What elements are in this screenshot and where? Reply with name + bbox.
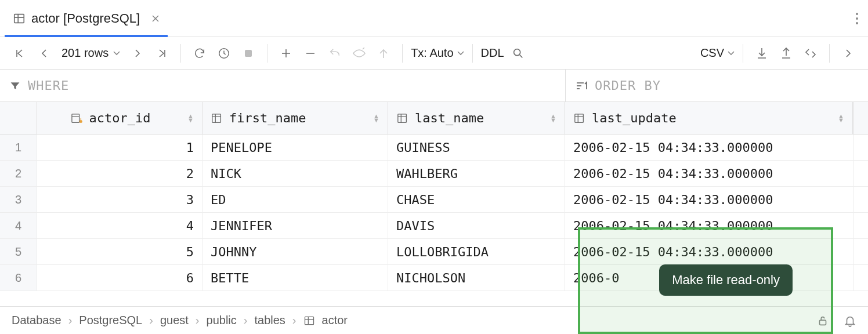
row-number: 5 — [0, 239, 37, 264]
cell-last-name[interactable]: GUINESS — [388, 135, 565, 160]
chevron-down-icon — [457, 51, 464, 56]
svg-point-7 — [856, 22, 858, 24]
scrollbar-gutter — [853, 187, 868, 212]
cell-last-update[interactable]: 2006-02-15 04:34:33.000000 — [565, 187, 853, 212]
where-filter[interactable]: WHERE — [0, 70, 566, 101]
clock-button[interactable] — [214, 43, 234, 64]
tooltip: Make file read-only — [659, 264, 793, 296]
cell-actor-id[interactable]: 1 — [37, 135, 202, 160]
table-row[interactable]: 33EDCHASE2006-02-15 04:34:33.000000 — [0, 187, 868, 213]
stop-button[interactable] — [238, 43, 259, 64]
scrollbar-gutter — [853, 161, 868, 186]
key-column-icon — [71, 112, 84, 124]
cell-last-name[interactable]: NICHOLSON — [388, 265, 565, 291]
chevron-down-icon — [113, 51, 120, 56]
cell-actor-id[interactable]: 5 — [37, 239, 202, 264]
revert-button[interactable] — [324, 43, 345, 64]
row-number: 1 — [0, 135, 37, 160]
table-row[interactable]: 55JOHNNYLOLLOBRIGIDA2006-02-15 04:34:33.… — [0, 239, 868, 265]
cell-last-update[interactable]: 2006-02-15 04:34:33.000000 — [565, 135, 853, 160]
first-page-button[interactable] — [9, 43, 30, 64]
add-row-button[interactable] — [276, 43, 296, 64]
export-format-dropdown[interactable]: CSV — [700, 46, 735, 60]
upload-button[interactable] — [776, 43, 797, 64]
cell-first-name[interactable]: JOHNNY — [202, 239, 388, 264]
table-icon — [303, 315, 315, 326]
orderby-filter[interactable]: ORDER BY — [566, 70, 868, 101]
refresh-button[interactable] — [189, 43, 210, 64]
breadcrumb-item[interactable]: public — [207, 314, 237, 327]
column-header-first-name[interactable]: first_name ▲▼ — [202, 102, 388, 134]
next-page-button[interactable] — [127, 43, 148, 64]
svg-line-18 — [519, 55, 522, 57]
submit-button[interactable] — [373, 43, 394, 64]
breadcrumb-item[interactable]: tables — [254, 314, 285, 327]
tx-mode-dropdown[interactable]: Tx: Auto — [411, 46, 464, 60]
notifications-icon[interactable] — [844, 314, 856, 328]
sort-icon — [575, 81, 588, 91]
cell-actor-id[interactable]: 4 — [37, 213, 202, 238]
gutter-corner — [0, 102, 37, 134]
column-name: last_name — [415, 111, 484, 125]
tab-title: actor [PostgreSQL] — [31, 11, 140, 26]
ddl-button[interactable]: DDL — [481, 46, 504, 60]
column-name: actor_id — [89, 111, 151, 125]
svg-point-17 — [513, 49, 520, 55]
cell-first-name[interactable]: JENNIFER — [202, 213, 388, 238]
cell-actor-id[interactable]: 6 — [37, 265, 202, 291]
rows-count[interactable]: 201 rows — [62, 46, 120, 60]
sort-indicator: ▲▼ — [550, 114, 556, 122]
svg-rect-30 — [212, 114, 221, 122]
cell-last-name[interactable]: CHASE — [388, 187, 565, 212]
preview-button[interactable] — [349, 43, 370, 64]
svg-rect-11 — [245, 50, 252, 57]
table-row[interactable]: 22NICKWAHLBERG2006-02-15 04:34:33.000000 — [0, 161, 868, 187]
sort-indicator: ▲▼ — [187, 114, 194, 122]
cell-last-name[interactable]: LOLLOBRIGIDA — [388, 239, 565, 264]
cell-actor-id[interactable]: 3 — [37, 187, 202, 212]
last-page-button[interactable] — [151, 43, 172, 64]
column-header-last-name[interactable]: last_name ▲▼ — [388, 102, 565, 134]
delete-row-button[interactable] — [300, 43, 321, 64]
table-icon — [13, 12, 26, 25]
breadcrumb-item[interactable]: Database — [12, 314, 62, 327]
compare-button[interactable] — [800, 43, 821, 64]
svg-rect-26 — [71, 114, 79, 122]
cell-last-name[interactable]: WAHLBERG — [388, 161, 565, 186]
column-icon — [573, 112, 586, 124]
scrollbar-gutter — [853, 135, 868, 160]
table-row[interactable]: 44JENNIFERDAVIS2006-02-15 04:34:33.00000… — [0, 213, 868, 239]
status-bar: Database › PostgreSQL › guest › public ›… — [0, 306, 868, 334]
row-number: 6 — [0, 265, 37, 291]
cell-last-name[interactable]: DAVIS — [388, 213, 565, 238]
breadcrumb-item[interactable]: PostgreSQL — [79, 314, 142, 327]
svg-rect-42 — [820, 320, 826, 325]
sort-indicator: ▲▼ — [838, 114, 844, 122]
cell-first-name[interactable]: NICK — [202, 161, 388, 186]
breadcrumb-item[interactable]: guest — [160, 314, 189, 327]
cell-first-name[interactable]: PENELOPE — [202, 135, 388, 160]
breadcrumb-item[interactable]: actor — [322, 314, 348, 327]
tab-actor[interactable]: actor [PostgreSQL] — [5, 0, 168, 37]
table-header: actor_id ▲▼ first_name ▲▼ last_name ▲▼ l… — [0, 102, 868, 135]
cell-last-update[interactable]: 2006-02-15 04:34:33.000000 — [565, 239, 853, 264]
svg-point-28 — [79, 120, 82, 122]
lock-toggle-button[interactable] — [812, 310, 833, 331]
more-vert-icon[interactable] — [851, 8, 863, 30]
cell-last-update[interactable]: 2006-02-15 04:34:33.000000 — [565, 161, 853, 186]
scrollbar-gutter — [853, 213, 868, 238]
table-row[interactable]: 11PENELOPEGUINESS2006-02-15 04:34:33.000… — [0, 135, 868, 161]
column-header-last-update[interactable]: last_update ▲▼ — [565, 102, 853, 134]
cell-last-update[interactable]: 2006-02-15 04:34:33.000000 — [565, 213, 853, 238]
cell-first-name[interactable]: BETTE — [202, 265, 388, 291]
cell-first-name[interactable]: ED — [202, 187, 388, 212]
prev-page-button[interactable] — [34, 43, 55, 64]
expand-button[interactable] — [838, 43, 859, 64]
chevron-right-icon: › — [292, 314, 296, 327]
column-header-actor-id[interactable]: actor_id ▲▼ — [37, 102, 202, 134]
close-icon[interactable] — [151, 14, 160, 23]
cell-actor-id[interactable]: 2 — [37, 161, 202, 186]
search-button[interactable] — [508, 43, 529, 64]
download-button[interactable] — [751, 43, 772, 64]
svg-rect-39 — [305, 317, 313, 324]
